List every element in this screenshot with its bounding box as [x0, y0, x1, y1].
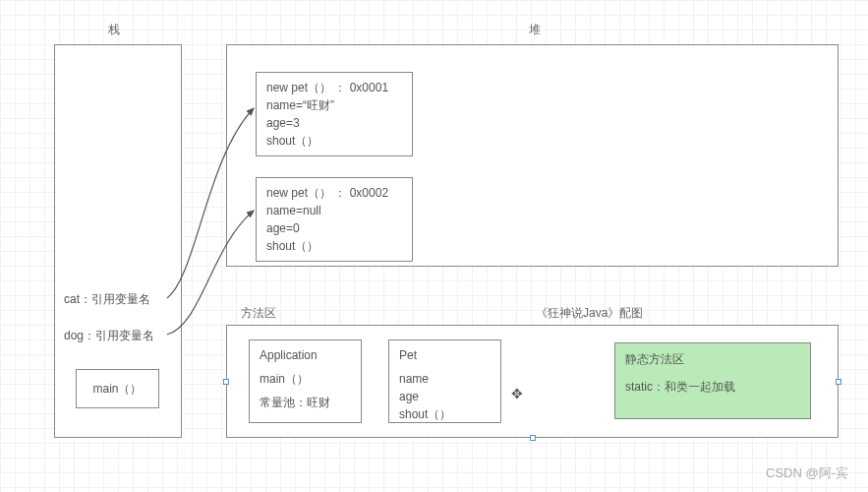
method-application-title: Application — [260, 346, 351, 364]
method-pet-line1: name — [399, 370, 491, 388]
method-application-line1: main（） — [260, 370, 351, 388]
heap-obj2-line2: name=null — [266, 202, 402, 219]
method-static-line1: static：和类一起加载 — [625, 377, 800, 399]
method-static-title: 静态方法区 — [625, 349, 800, 371]
stack-label: 栈 — [108, 22, 120, 38]
method-area-label: 方法区 — [241, 305, 276, 322]
stack-main-box: main（） — [76, 369, 159, 408]
heap-obj1-line2: name=“旺财” — [266, 96, 402, 114]
method-pet-line3: shout（） — [399, 405, 491, 423]
stack-main-label: main（） — [92, 382, 142, 396]
method-pet-title: Pet — [399, 346, 491, 364]
heap-obj2-line4: shout（） — [266, 237, 402, 255]
heap-obj2-line1: new pet（） ： 0x0002 — [266, 184, 402, 202]
heap-obj2: new pet（） ： 0x0002 name=null age=0 shout… — [256, 177, 413, 262]
resize-handle-icon[interactable] — [836, 379, 841, 385]
method-application-box: Application main（） 常量池：旺财 — [249, 339, 362, 423]
resize-handle-icon[interactable] — [223, 379, 229, 385]
stack-var-cat: cat：引用变量名 — [64, 290, 150, 309]
heap-obj2-line3: age=0 — [266, 219, 402, 237]
resize-handle-icon[interactable] — [530, 435, 536, 441]
diagram-caption: 《狂神说Java》配图 — [536, 305, 643, 322]
attribution: CSDN @阿-宾 — [766, 464, 848, 482]
move-cursor-icon: ✥ — [511, 386, 523, 401]
method-pet-box: Pet name age shout（） — [388, 339, 501, 423]
method-pet-line2: age — [399, 388, 491, 405]
heap-obj1-line4: shout（） — [266, 132, 402, 150]
heap-label: 堆 — [529, 22, 541, 38]
method-application-line2: 常量池：旺财 — [260, 394, 351, 411]
heap-obj1-line1: new pet（） ： 0x0001 — [266, 79, 402, 96]
heap-obj1-line3: age=3 — [266, 114, 402, 132]
stack-var-dog: dog：引用变量名 — [64, 327, 154, 345]
method-static-box: 静态方法区 static：和类一起加载 — [614, 342, 811, 419]
heap-obj1: new pet（） ： 0x0001 name=“旺财” age=3 shout… — [256, 72, 413, 156]
